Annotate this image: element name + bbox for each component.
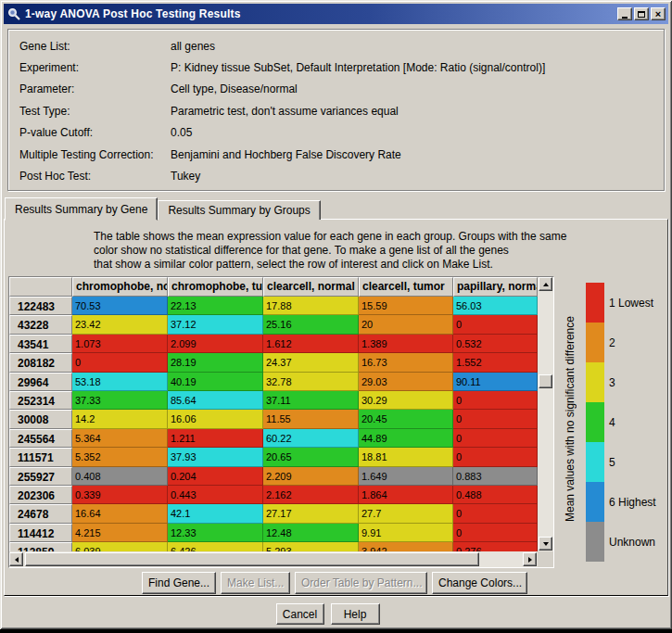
scroll-left-button[interactable] bbox=[9, 552, 23, 566]
minimize-button[interactable] bbox=[617, 7, 632, 20]
value-cell[interactable]: 2.099 bbox=[168, 335, 263, 353]
value-cell[interactable]: 16.73 bbox=[359, 353, 453, 372]
gene-id-cell[interactable]: 113859 bbox=[9, 542, 72, 551]
column-header[interactable]: papillary, normal bbox=[453, 277, 538, 297]
column-header[interactable]: clearcell, normal bbox=[263, 277, 359, 297]
gene-id-cell[interactable]: 111571 bbox=[9, 448, 72, 466]
value-cell[interactable]: 0.408 bbox=[72, 467, 168, 486]
value-cell[interactable]: 1.073 bbox=[72, 335, 168, 353]
tab-results-summary-by-groups[interactable]: Results Summary by Groups bbox=[158, 200, 320, 220]
value-cell[interactable]: 0 bbox=[453, 391, 538, 410]
value-cell[interactable]: 53.18 bbox=[72, 373, 168, 391]
table-row[interactable]: 25231437.3385.6437.1130.290 bbox=[9, 391, 538, 410]
value-cell[interactable]: 16.64 bbox=[72, 504, 168, 523]
vertical-scrollbar[interactable] bbox=[538, 277, 553, 551]
tab-results-summary-by-gene[interactable]: Results Summary by Gene bbox=[5, 197, 158, 221]
table-row[interactable]: 2467816.6442.127.1727.70 bbox=[9, 504, 538, 523]
value-cell[interactable]: 0 bbox=[453, 504, 538, 523]
scroll-up-button[interactable] bbox=[539, 277, 552, 291]
value-cell[interactable]: 4.215 bbox=[72, 524, 168, 542]
value-cell[interactable]: 60.22 bbox=[263, 429, 359, 448]
value-cell[interactable]: 1.649 bbox=[359, 467, 453, 486]
value-cell[interactable]: 27.17 bbox=[263, 504, 359, 523]
table-row[interactable]: 1144124.21512.3312.489.910 bbox=[9, 524, 538, 542]
value-cell[interactable]: 0.488 bbox=[453, 486, 538, 504]
value-cell[interactable]: 0 bbox=[453, 524, 538, 542]
value-cell[interactable]: 0.276 bbox=[453, 542, 538, 551]
value-cell[interactable]: 0.204 bbox=[168, 467, 263, 486]
value-cell[interactable]: 2.209 bbox=[263, 467, 359, 486]
table-row[interactable]: 3000814.216.0611.5520.450 bbox=[9, 410, 538, 428]
value-cell[interactable]: 1.211 bbox=[168, 429, 263, 448]
gene-id-cell[interactable]: 122483 bbox=[9, 297, 72, 315]
value-cell[interactable]: 16.06 bbox=[168, 410, 263, 428]
value-cell[interactable]: 5.293 bbox=[263, 542, 359, 551]
value-cell[interactable]: 18.81 bbox=[359, 448, 453, 466]
value-cell[interactable]: 9.91 bbox=[359, 524, 453, 542]
value-cell[interactable]: 15.59 bbox=[359, 297, 453, 315]
vertical-scrollbar-thumb[interactable] bbox=[539, 374, 552, 388]
value-cell[interactable]: 5.352 bbox=[72, 448, 168, 466]
change-colors-button[interactable]: Change Colors... bbox=[432, 572, 527, 594]
value-cell[interactable]: 30.29 bbox=[359, 391, 453, 410]
table-row[interactable]: 12248370.5322.1317.8815.5956.03 bbox=[9, 297, 538, 315]
column-header[interactable]: clearcell, tumor bbox=[359, 277, 453, 297]
gene-id-cell[interactable]: 29964 bbox=[9, 373, 72, 391]
value-cell[interactable]: 37.33 bbox=[72, 391, 168, 410]
value-cell[interactable]: 25.16 bbox=[263, 315, 359, 334]
table-row[interactable]: 435411.0732.0991.6121.3890.532 bbox=[9, 335, 538, 353]
table-row[interactable]: 2996453.1840.1932.7829.0390.11 bbox=[9, 373, 538, 391]
value-cell[interactable]: 37.12 bbox=[168, 315, 263, 334]
value-cell[interactable]: 1.389 bbox=[359, 335, 453, 353]
value-cell[interactable]: 27.7 bbox=[359, 504, 453, 523]
value-cell[interactable]: 2.162 bbox=[263, 486, 359, 504]
table-row[interactable]: 2455645.3641.21160.2244.890 bbox=[9, 429, 538, 448]
table-row[interactable]: 2559270.4080.2042.2091.6490.883 bbox=[9, 467, 538, 486]
horizontal-scrollbar-thumb[interactable] bbox=[25, 552, 479, 566]
cancel-button[interactable]: Cancel bbox=[276, 603, 324, 625]
value-cell[interactable]: 12.33 bbox=[168, 524, 263, 542]
gene-id-cell[interactable]: 208182 bbox=[9, 353, 72, 372]
value-cell[interactable]: 37.93 bbox=[168, 448, 263, 466]
gene-id-cell[interactable]: 43541 bbox=[9, 335, 72, 353]
value-cell[interactable]: 28.19 bbox=[168, 353, 263, 372]
scroll-down-button[interactable] bbox=[539, 537, 552, 551]
table-row[interactable]: 208182028.1924.3716.731.552 bbox=[9, 353, 538, 372]
horizontal-scrollbar[interactable] bbox=[9, 551, 538, 567]
value-cell[interactable]: 0.443 bbox=[168, 486, 263, 504]
gene-id-cell[interactable]: 245564 bbox=[9, 429, 72, 448]
find-gene-button[interactable]: Find Gene... bbox=[142, 572, 216, 594]
value-cell[interactable]: 20 bbox=[359, 315, 453, 334]
value-cell[interactable]: 20.45 bbox=[359, 410, 453, 428]
table-row[interactable]: 4322823.4237.1225.16200 bbox=[9, 315, 538, 334]
column-header[interactable]: chromophobe, tu bbox=[168, 277, 263, 297]
value-cell[interactable]: 0 bbox=[453, 429, 538, 448]
value-cell[interactable]: 22.13 bbox=[168, 297, 263, 315]
value-cell[interactable]: 17.88 bbox=[263, 297, 359, 315]
value-cell[interactable]: 12.48 bbox=[263, 524, 359, 542]
value-cell[interactable]: 1.612 bbox=[263, 335, 359, 353]
value-cell[interactable]: 0 bbox=[453, 448, 538, 466]
title-bar[interactable]: 1-way ANOVA Post Hoc Testing Results × bbox=[4, 4, 668, 24]
column-header[interactable]: chromophobe, no bbox=[72, 277, 168, 297]
value-cell[interactable]: 20.65 bbox=[263, 448, 359, 466]
value-cell[interactable]: 1.552 bbox=[453, 353, 538, 372]
value-cell[interactable]: 23.42 bbox=[72, 315, 168, 334]
gene-id-cell[interactable]: 114412 bbox=[9, 524, 72, 542]
value-cell[interactable]: 0.883 bbox=[453, 467, 538, 486]
maximize-button[interactable] bbox=[634, 7, 649, 20]
value-cell[interactable]: 24.37 bbox=[263, 353, 359, 372]
gene-id-cell[interactable]: 252314 bbox=[9, 391, 72, 410]
gene-id-cell[interactable]: 202306 bbox=[9, 486, 72, 504]
value-cell[interactable]: 32.78 bbox=[263, 373, 359, 391]
value-cell[interactable]: 0 bbox=[453, 410, 538, 428]
value-cell[interactable]: 3.942 bbox=[359, 542, 453, 551]
value-cell[interactable]: 11.55 bbox=[263, 410, 359, 428]
value-cell[interactable]: 90.11 bbox=[453, 373, 538, 391]
value-cell[interactable]: 6.426 bbox=[168, 542, 263, 551]
gene-id-cell[interactable]: 255927 bbox=[9, 467, 72, 486]
value-cell[interactable]: 29.03 bbox=[359, 373, 453, 391]
table-row[interactable]: 2023060.3390.4432.1621.8640.488 bbox=[9, 486, 538, 504]
value-cell[interactable]: 42.1 bbox=[168, 504, 263, 523]
value-cell[interactable]: 70.53 bbox=[72, 297, 168, 315]
